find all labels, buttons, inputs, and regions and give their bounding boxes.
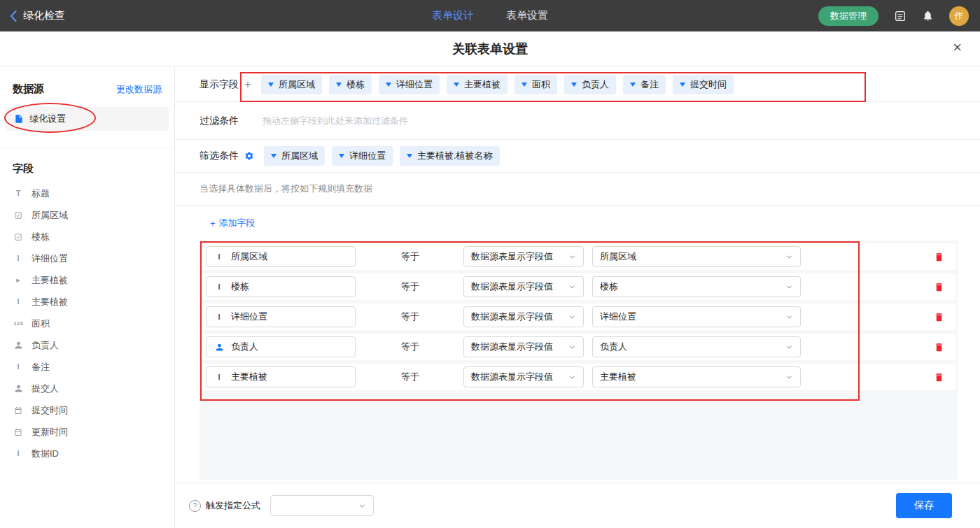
rule-target-value: 所属区域 [600, 250, 636, 263]
chip-label: 详细位置 [396, 78, 433, 91]
field-chip[interactable]: 所属区域 [264, 146, 325, 166]
chevron-down-icon [568, 343, 576, 351]
text-icon: T [13, 190, 24, 197]
caret-down-icon [454, 83, 459, 87]
field-chip[interactable]: 楼栋 [329, 75, 372, 94]
sidebar-field-label: 楼栋 [31, 231, 50, 243]
rule-field-box[interactable]: I 所属区域 [206, 246, 356, 267]
help-icon[interactable]: ? [189, 500, 201, 512]
sidebar-field-item[interactable]: 提交人 [0, 378, 174, 399]
datasource-title: 数据源 [13, 83, 44, 96]
rule-target-dropdown[interactable]: 详细位置 [592, 306, 801, 327]
rule-target-dropdown[interactable]: 主要植被 [592, 366, 801, 387]
chip-label: 面积 [532, 78, 550, 91]
sidebar-field-item[interactable]: I 主要植被 [0, 291, 174, 313]
number-icon: 123 [13, 321, 24, 327]
rule-source-dropdown[interactable]: 数据源表显示字段值 [463, 276, 584, 297]
filter-placeholder[interactable]: 拖动左侧字段到此处来添加过滤条件 [262, 115, 408, 127]
trash-icon[interactable] [934, 312, 944, 322]
field-chip[interactable]: 主要植被 [447, 75, 507, 94]
sidebar-field-item[interactable]: 楼栋 [0, 226, 174, 248]
rule-field-box[interactable]: I 主要植被 [206, 366, 356, 387]
rule-operator-label: 等于 [401, 371, 419, 383]
rule-row: 负责人 等于 数据源表显示字段值 负责人 [202, 334, 955, 360]
trash-icon[interactable] [934, 252, 944, 262]
person-icon [13, 341, 24, 350]
sidebar-field-item[interactable]: 负责人 [0, 334, 174, 356]
change-datasource-link[interactable]: 更改数据源 [116, 83, 162, 96]
sidebar-field-label: 备注 [31, 361, 50, 373]
rule-target-dropdown[interactable]: 所属区域 [592, 246, 801, 267]
subform-icon: ▸ [13, 276, 24, 284]
tab-form-settings[interactable]: 表单设置 [506, 9, 548, 22]
person-icon [13, 384, 24, 393]
screen-chip-list: 所属区域 详细位置 主要植被.植被名称 [264, 146, 500, 166]
field-chip[interactable]: 主要植被.植被名称 [400, 146, 500, 166]
rule-field-box[interactable]: I 详细位置 [206, 306, 356, 327]
rule-source-dropdown[interactable]: 数据源表显示字段值 [463, 336, 584, 357]
sidebar-field-item[interactable]: 123 面积 [0, 313, 174, 334]
filter-row: 过滤条件 拖动左侧字段到此处来添加过滤条件 [175, 102, 980, 140]
field-list: T 标题 所属区域 楼栋 I 详细位置 ▸ 主要植被 I 主要植被 123 面积 [0, 183, 174, 464]
sidebar-field-label: 详细位置 [31, 252, 68, 265]
data-manage-button[interactable]: 数据管理 [818, 6, 878, 26]
chip-label: 所属区域 [279, 78, 315, 91]
add-display-field-icon[interactable]: + [244, 78, 251, 90]
sidebar-field-item[interactable]: I 备注 [0, 356, 174, 378]
sidebar-field-label: 主要植被 [31, 274, 68, 287]
sidebar-field-item[interactable]: 更新时间 [0, 421, 174, 443]
sidebar-field-item[interactable]: ▸ 主要植被 [0, 269, 174, 291]
rule-target-value: 详细位置 [600, 311, 636, 323]
rule-target-dropdown[interactable]: 楼栋 [592, 276, 801, 297]
add-field-link[interactable]: + 添加字段 [210, 217, 255, 229]
field-chip[interactable]: 负责人 [564, 75, 616, 94]
sidebar-field-item[interactable]: I 数据ID [0, 443, 174, 464]
rule-operator-label: 等于 [401, 311, 419, 323]
sidebar-field-item[interactable]: T 标题 [0, 183, 174, 204]
checkbox-icon [13, 233, 24, 241]
rule-field-label: 负责人 [231, 341, 258, 353]
plus-icon: + [210, 218, 216, 229]
sidebar-field-item[interactable]: I 详细位置 [0, 248, 174, 269]
gear-icon[interactable] [244, 151, 254, 161]
trash-icon[interactable] [934, 372, 944, 383]
rule-rows: I 所属区域 等于 数据源表显示字段值 所属区域 I 楼栋 等于 数据源表显示字… [202, 243, 955, 390]
rule-row: I 主要植被 等于 数据源表显示字段值 主要植被 [202, 364, 955, 390]
trash-icon[interactable] [934, 282, 944, 292]
rule-row: I 所属区域 等于 数据源表显示字段值 所属区域 [202, 243, 955, 270]
rule-field-box[interactable]: I 楼栋 [206, 276, 356, 297]
chevron-down-icon [785, 343, 793, 351]
input-icon: I [214, 313, 225, 321]
rule-source-dropdown[interactable]: 数据源表显示字段值 [463, 366, 584, 387]
trash-icon[interactable] [934, 342, 944, 352]
rule-field-box[interactable]: 负责人 [206, 336, 356, 357]
sidebar-field-item[interactable]: 所属区域 [0, 204, 174, 226]
checkbox-icon [13, 211, 24, 220]
field-chip[interactable]: 所属区域 [261, 75, 322, 94]
rule-target-value: 负责人 [600, 341, 627, 353]
field-chip[interactable]: 提交时间 [673, 75, 734, 94]
save-button[interactable]: 保存 [896, 493, 952, 518]
datasource-item[interactable]: 绿化设置 [6, 107, 169, 131]
avatar[interactable]: 作 [949, 6, 969, 26]
formula-select[interactable] [270, 495, 374, 516]
field-chip[interactable]: 面积 [514, 75, 557, 94]
field-chip[interactable]: 备注 [623, 75, 666, 94]
close-icon[interactable]: × [953, 40, 962, 55]
document-badge-icon[interactable] [894, 10, 906, 22]
bell-icon[interactable] [922, 10, 934, 22]
field-chip[interactable]: 详细位置 [332, 146, 393, 166]
screen-filter-row: 筛选条件 所属区域 详细位置 主要植被.植被名称 [175, 140, 980, 173]
rule-source-dropdown[interactable]: 数据源表显示字段值 [463, 246, 584, 267]
hint-row: 当选择具体数据后，将按如下规则填充数据 [175, 173, 980, 206]
chip-label: 主要植被 [464, 78, 500, 91]
rule-source-dropdown[interactable]: 数据源表显示字段值 [463, 306, 584, 327]
field-chip[interactable]: 详细位置 [379, 75, 440, 94]
rule-source-value: 数据源表显示字段值 [471, 280, 553, 293]
rule-target-dropdown[interactable]: 负责人 [592, 336, 801, 357]
fields-title: 字段 [0, 148, 174, 183]
caret-down-icon [336, 83, 342, 87]
tab-form-design[interactable]: 表单设计 [432, 9, 474, 22]
sidebar-field-item[interactable]: 提交时间 [0, 399, 174, 421]
rule-field-label: 主要植被 [231, 371, 267, 383]
